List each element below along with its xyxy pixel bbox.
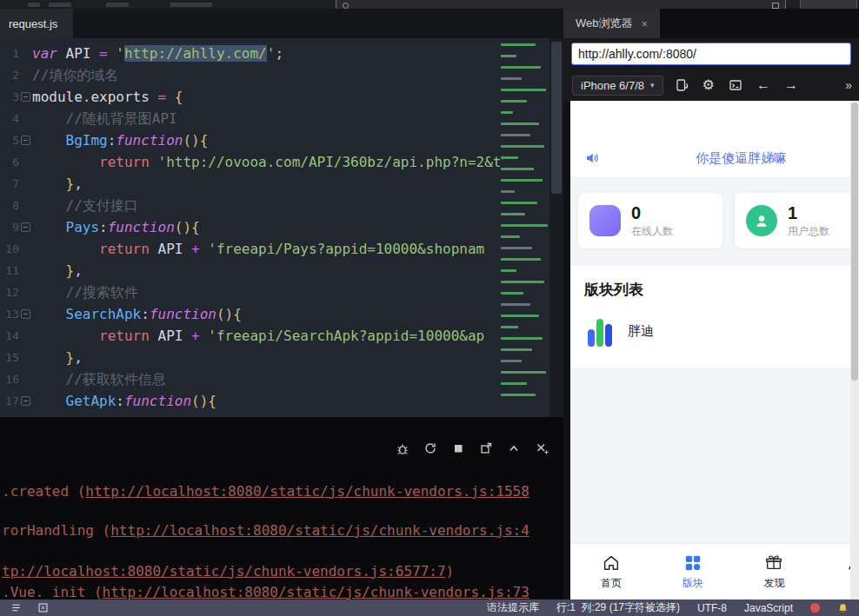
minimap-row xyxy=(501,134,530,136)
editor-scrollbar-thumb[interactable] xyxy=(551,42,562,194)
stat-card-online: 0 在线人数 xyxy=(578,193,722,248)
minimap-row xyxy=(501,292,523,295)
console-link[interactable]: http://localhost:8080/static/js/chunk-ve… xyxy=(103,584,529,599)
notice-bar[interactable]: 你是傻逼胖娣嘛 xyxy=(570,139,850,177)
stat-value: 1 xyxy=(788,203,829,222)
nav-item-discover[interactable]: 发现 xyxy=(734,544,816,599)
console-link[interactable]: http://localhost:8080/static/js/chunk-ve… xyxy=(110,522,529,539)
minimap-row xyxy=(501,89,546,91)
minimap-row xyxy=(501,281,544,283)
minimap-row xyxy=(501,55,516,57)
editor-tabbar: request.js xyxy=(0,9,563,38)
close-icon[interactable]: × xyxy=(642,17,649,30)
bottom-nav: 首页 版块 发现 我 xyxy=(570,543,850,599)
browser-tabbar: Web浏览器 × xyxy=(563,9,859,38)
bell-icon[interactable] xyxy=(837,602,849,614)
board-list-item[interactable]: 胖迪 xyxy=(584,315,850,347)
fold-icon[interactable]: − xyxy=(21,222,30,232)
minimap-row xyxy=(501,123,539,125)
console-link[interactable]: http://localhost:8080/static/js/chunk-ve… xyxy=(85,483,529,500)
clear-close-icon[interactable] xyxy=(535,441,549,455)
minimap-row xyxy=(501,43,536,46)
board-section: 版块列表 胖迪 xyxy=(570,266,850,368)
minimap-row xyxy=(501,168,534,170)
console-line: tp://localhost:8080/static/js/chunk-vend… xyxy=(2,561,563,582)
nav-item-me[interactable]: 我 xyxy=(815,544,850,599)
minimap-row xyxy=(501,394,536,396)
fold-icon[interactable]: − xyxy=(21,136,30,145)
toolbar-overflow-icon[interactable]: » xyxy=(845,78,852,92)
nav-item-home[interactable]: 首页 xyxy=(570,544,652,599)
device-label: iPhone 6/7/8 xyxy=(581,79,644,92)
outline-list-icon[interactable] xyxy=(10,602,22,613)
app-header xyxy=(570,101,850,139)
console-link[interactable]: tp://localhost:8080/static/js/chunk-vend… xyxy=(2,563,446,580)
blocks-icon xyxy=(683,553,703,573)
code-line: 4//随机背景图API xyxy=(0,108,503,129)
syntax-lib-item[interactable]: 语法提示库 xyxy=(487,600,539,615)
code-line: 17−GetApk:function(){ xyxy=(0,390,503,412)
code-line: 3−module.exports = { xyxy=(0,86,503,108)
open-external-icon[interactable] xyxy=(479,441,493,455)
code-line: 12//搜索软件 xyxy=(0,282,503,303)
language-item[interactable]: JavaScript xyxy=(744,602,793,614)
board-logo-icon xyxy=(584,315,616,347)
code-line: 8//支付接口 xyxy=(0,195,503,216)
gear-icon[interactable]: ⚙ xyxy=(703,78,715,92)
url-input[interactable] xyxy=(571,43,851,65)
console-terminal-icon[interactable] xyxy=(729,78,742,92)
minimap-row xyxy=(501,77,522,80)
url-bar xyxy=(563,38,859,70)
total-users-icon xyxy=(746,205,777,236)
refresh-icon[interactable] xyxy=(423,441,437,455)
minimap-row xyxy=(501,111,513,114)
code-lines[interactable]: 1var API = 'http://ahlly.com/';2//填你的域名3… xyxy=(0,38,503,417)
minimap-row xyxy=(501,179,543,182)
online-users-icon xyxy=(589,205,621,236)
notification-dot-icon[interactable] xyxy=(810,603,820,613)
top-toolbar xyxy=(0,0,859,9)
minimap-row xyxy=(501,100,527,103)
forward-icon[interactable]: → xyxy=(784,78,798,92)
minimap-row xyxy=(501,360,522,362)
back-icon[interactable]: ← xyxy=(756,78,770,92)
minimap-row xyxy=(501,315,539,317)
code-editor[interactable]: 1var API = 'http://ahlly.com/';2//填你的域名3… xyxy=(0,38,563,417)
minimap[interactable] xyxy=(501,43,548,405)
search-filter-icon xyxy=(772,3,779,9)
box-close-icon[interactable] xyxy=(37,602,49,613)
collapse-icon[interactable] xyxy=(507,441,521,455)
stop-icon[interactable] xyxy=(451,441,465,455)
preview-scrollbar[interactable] xyxy=(850,101,859,599)
editor-scrollbar[interactable] xyxy=(549,38,563,417)
editor-pane: request.js 1var API = 'http://ahlly.com/… xyxy=(0,9,563,599)
tab-request-js[interactable]: request.js xyxy=(0,9,73,38)
menu-icon[interactable] xyxy=(28,3,40,7)
minimap-row xyxy=(501,371,546,374)
global-search-input[interactable] xyxy=(336,0,786,9)
code-line: 1var API = 'http://ahlly.com/'; xyxy=(0,43,503,64)
debug-icon[interactable] xyxy=(396,441,410,455)
run-button[interactable] xyxy=(800,0,857,9)
fold-icon[interactable]: − xyxy=(21,92,30,102)
fold-icon[interactable]: − xyxy=(21,309,30,319)
tab-web-browser[interactable]: Web浏览器 × xyxy=(563,9,660,38)
toolbar-fragment xyxy=(49,3,71,7)
minimap-row xyxy=(501,145,544,148)
speaker-icon xyxy=(584,150,600,166)
preview-scrollbar-thumb[interactable] xyxy=(851,103,858,381)
encoding-item[interactable]: UTF-8 xyxy=(697,602,727,614)
code-line: 14return API + 'freeapi/SearchApk?appid=… xyxy=(0,325,503,347)
fold-icon[interactable]: − xyxy=(21,396,30,406)
code-line: 11}, xyxy=(0,260,503,282)
toolbar-fragment xyxy=(106,3,129,7)
nav-item-boards[interactable]: 版块 xyxy=(652,544,734,599)
chevron-down-icon: ▾ xyxy=(650,81,655,89)
device-select[interactable]: iPhone 6/7/8 ▾ xyxy=(572,76,663,96)
browser-pane: Web浏览器 × iPhone 6/7/8 ▾ ⚙ ← → xyxy=(563,9,859,599)
minimap-row xyxy=(501,269,516,272)
notice-text: 你是傻逼胖娣嘛 xyxy=(600,150,850,167)
rotate-device-icon[interactable] xyxy=(675,78,689,92)
cursor-position-item[interactable]: 行:1 列:29 (17字符被选择) xyxy=(556,600,680,615)
status-bar: 语法提示库 行:1 列:29 (17字符被选择) UTF-8 JavaScrip… xyxy=(0,599,859,616)
